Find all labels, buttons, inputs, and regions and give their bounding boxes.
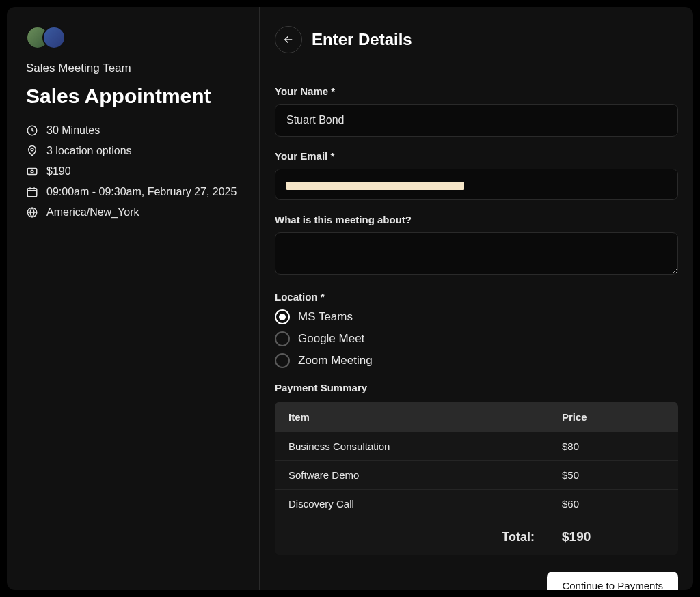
location-option-google-meet[interactable]: Google Meet: [275, 331, 678, 346]
clock-icon: [26, 124, 38, 137]
radio-label: MS Teams: [298, 310, 353, 324]
svg-point-1: [31, 148, 33, 151]
total-row: Total: $190: [275, 518, 678, 555]
svg-rect-4: [27, 189, 37, 197]
header-item: Item: [288, 411, 562, 423]
name-field: Your Name *: [275, 85, 678, 137]
item-price: $50: [562, 469, 664, 481]
location-label: Location *: [275, 291, 678, 303]
header-price: Price: [562, 411, 664, 423]
redacted-email: [286, 182, 464, 190]
footer: Continue to Payments: [275, 572, 678, 590]
about-label: What is this meeting about?: [275, 214, 678, 225]
radio-icon: [275, 309, 290, 324]
header: Enter Details: [275, 26, 678, 70]
location-field: Location * MS Teams Google Meet Zoom Mee…: [275, 291, 678, 368]
radio-label: Zoom Meeting: [298, 354, 373, 367]
datetime-row: 09:00am - 09:30am, February 27, 2025: [26, 186, 240, 198]
booking-container: Sales Meeting Team Sales Appointment 30 …: [7, 7, 693, 590]
price-text: $190: [46, 165, 71, 178]
email-label: Your Email *: [275, 150, 678, 162]
svg-rect-2: [27, 169, 37, 175]
calendar-icon: [26, 186, 38, 198]
duration-text: 30 Minutes: [46, 124, 100, 137]
payment-table: Item Price Business Consultation $80 Sof…: [275, 402, 678, 555]
svg-point-3: [31, 170, 33, 173]
table-header: Item Price: [275, 402, 678, 432]
sidebar: Sales Meeting Team Sales Appointment 30 …: [7, 7, 260, 590]
total-label: Total:: [502, 530, 535, 544]
timezone-row: America/New_York: [26, 206, 240, 219]
item-price: $60: [562, 498, 664, 510]
radio-icon: [275, 353, 290, 368]
locations-text: 3 location options: [46, 145, 132, 157]
item-name: Business Consultation: [288, 441, 562, 452]
price-row: $190: [26, 165, 240, 178]
main-panel: Enter Details Your Name * Your Email * W…: [260, 7, 693, 590]
team-name: Sales Meeting Team: [26, 61, 240, 75]
total-value: $190: [562, 529, 664, 544]
datetime-text: 09:00am - 09:30am, February 27, 2025: [46, 186, 237, 198]
globe-icon: [26, 206, 38, 219]
back-button[interactable]: [275, 26, 302, 53]
table-row: Business Consultation $80: [275, 432, 678, 461]
table-row: Software Demo $50: [275, 461, 678, 490]
item-price: $80: [562, 441, 664, 452]
page-title: Enter Details: [312, 30, 412, 49]
appointment-title: Sales Appointment: [26, 85, 240, 108]
location-pin-icon: [26, 145, 38, 157]
location-option-zoom[interactable]: Zoom Meeting: [275, 353, 678, 368]
team-avatars: [26, 26, 240, 49]
item-name: Software Demo: [288, 469, 562, 481]
radio-label: Google Meet: [298, 332, 364, 346]
timezone-text: America/New_York: [46, 206, 139, 219]
continue-button[interactable]: Continue to Payments: [547, 572, 678, 590]
about-input[interactable]: [275, 232, 678, 275]
payment-summary-title: Payment Summary: [275, 382, 678, 393]
arrow-left-icon: [282, 33, 295, 46]
email-field: Your Email *: [275, 150, 678, 200]
name-input[interactable]: [275, 104, 678, 137]
item-name: Discovery Call: [288, 498, 562, 510]
about-field: What is this meeting about?: [275, 214, 678, 277]
duration-row: 30 Minutes: [26, 124, 240, 137]
radio-icon: [275, 331, 290, 346]
name-label: Your Name *: [275, 85, 678, 97]
locations-row: 3 location options: [26, 145, 240, 157]
avatar: [42, 26, 66, 49]
table-row: Discovery Call $60: [275, 490, 678, 518]
price-icon: [26, 165, 38, 178]
email-input[interactable]: [275, 169, 678, 200]
location-option-ms-teams[interactable]: MS Teams: [275, 309, 678, 324]
